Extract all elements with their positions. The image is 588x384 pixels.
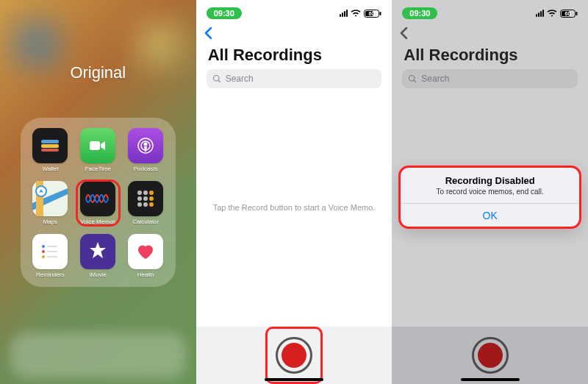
svg-rect-25	[380, 12, 381, 15]
page-title: All Recordings	[196, 46, 392, 69]
app-voice-memos[interactable]: Voice Memos	[77, 181, 119, 225]
podcasts-icon	[128, 128, 163, 163]
svg-point-13	[149, 196, 154, 201]
status-time-pill: 09:30	[207, 7, 242, 19]
empty-state-hint: Tap the Record button to start a Voice M…	[196, 88, 392, 327]
home-indicator	[265, 378, 323, 381]
svg-point-16	[149, 202, 154, 207]
dock	[10, 333, 186, 378]
svg-point-19	[42, 250, 45, 253]
panel-home-folder: Original Wallet FaceTime	[0, 0, 196, 384]
svg-rect-22	[47, 256, 57, 257]
record-icon	[478, 343, 503, 368]
svg-rect-3	[90, 141, 100, 150]
search-icon	[408, 74, 417, 83]
svg-point-17	[42, 245, 45, 248]
chevron-left-icon	[399, 26, 408, 40]
battery-icon: 60	[364, 10, 381, 18]
svg-point-21	[42, 255, 45, 258]
cellular-icon	[536, 10, 544, 17]
search-placeholder: Search	[226, 74, 254, 84]
svg-point-12	[143, 196, 148, 201]
search-input[interactable]: Search	[207, 69, 382, 88]
alert-title: Recording Disabled	[401, 168, 579, 188]
imovie-icon	[80, 234, 115, 269]
svg-rect-1	[41, 144, 59, 148]
svg-point-10	[149, 191, 154, 195]
svg-rect-30	[576, 12, 578, 15]
panel-voicememos-alert: 09:30 60 All Recordings Search Recordi	[392, 0, 588, 384]
svg-text:60: 60	[369, 11, 375, 16]
wifi-icon	[547, 10, 557, 17]
cellular-icon	[340, 10, 348, 17]
maps-icon	[32, 181, 68, 216]
record-toolbar	[196, 327, 392, 384]
record-toolbar	[392, 327, 588, 384]
app-wallet[interactable]: Wallet	[29, 128, 71, 172]
page-title: All Recordings	[392, 46, 588, 69]
panel-voicememos-empty: 09:30 60 All Recordings Search Tap the R…	[196, 0, 392, 384]
back-button[interactable]	[399, 26, 408, 42]
nav-bar	[196, 22, 392, 46]
svg-rect-0	[41, 140, 59, 143]
app-calculator[interactable]: Calculator	[125, 181, 167, 225]
svg-text:60: 60	[565, 11, 571, 16]
reminders-icon	[32, 234, 68, 269]
status-right: 60	[340, 10, 381, 18]
app-imovie[interactable]: iMovie	[77, 234, 119, 278]
highlight-record	[265, 327, 323, 384]
app-health[interactable]: Health	[125, 234, 167, 278]
search-placeholder: Search	[421, 74, 449, 84]
health-icon	[128, 234, 163, 269]
alert-dialog: Recording Disabled To record voice memos…	[401, 168, 579, 227]
svg-point-9	[143, 191, 148, 195]
app-maps[interactable]: Maps	[29, 181, 71, 225]
nav-bar	[392, 22, 588, 46]
voice-memos-icon	[80, 181, 115, 216]
search-input[interactable]: Search	[402, 69, 578, 88]
app-podcasts[interactable]: Podcasts	[125, 128, 167, 172]
chevron-left-icon	[204, 26, 212, 40]
app-facetime[interactable]: FaceTime	[77, 128, 119, 172]
app-reminders[interactable]: Reminders	[29, 234, 71, 278]
svg-rect-2	[41, 149, 59, 152]
battery-icon: 60	[560, 10, 578, 18]
app-folder: Wallet FaceTime Podcasts	[21, 118, 176, 287]
svg-rect-18	[47, 246, 57, 247]
alert-message: To record voice memos, end call.	[401, 188, 579, 203]
back-button[interactable]	[204, 26, 212, 42]
calculator-icon	[128, 181, 163, 216]
wallet-icon	[32, 128, 68, 163]
svg-point-15	[143, 202, 148, 207]
status-right: 60	[536, 10, 578, 18]
status-bar: 09:30 60	[196, 0, 392, 22]
svg-rect-20	[47, 251, 57, 252]
svg-point-11	[137, 196, 142, 201]
search-icon	[212, 74, 221, 83]
svg-point-6	[144, 143, 148, 146]
record-button[interactable]	[472, 337, 509, 374]
home-indicator	[461, 378, 520, 381]
status-time-pill: 09:30	[402, 7, 437, 19]
wifi-icon	[351, 10, 361, 17]
folder-title: Original	[0, 63, 196, 82]
svg-point-14	[137, 202, 142, 207]
facetime-icon	[80, 128, 115, 163]
alert-ok-button[interactable]: OK	[401, 204, 579, 227]
status-bar: 09:30 60	[392, 0, 588, 22]
svg-point-8	[137, 191, 142, 195]
